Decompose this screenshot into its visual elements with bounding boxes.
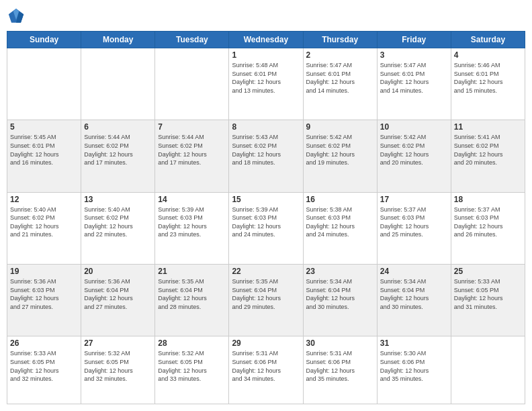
day-number: 7 (158, 122, 226, 132)
calendar-cell: 15Sunrise: 5:39 AMSunset: 6:03 PMDayligh… (229, 192, 303, 264)
calendar-cell: 29Sunrise: 5:31 AMSunset: 6:06 PMDayligh… (229, 336, 303, 404)
day-number: 24 (380, 267, 448, 276)
calendar-week-row: 12Sunrise: 5:40 AMSunset: 6:02 PMDayligh… (7, 192, 525, 264)
day-info: Sunrise: 5:33 AMSunset: 6:05 PMDaylight:… (454, 277, 522, 311)
day-info: Sunrise: 5:41 AMSunset: 6:02 PMDaylight:… (454, 133, 522, 167)
day-info: Sunrise: 5:39 AMSunset: 6:03 PMDaylight:… (158, 205, 226, 239)
day-number: 21 (158, 267, 226, 276)
day-number: 4 (454, 50, 522, 60)
weekday-header-thursday: Thursday (303, 32, 377, 48)
calendar-cell: 1Sunrise: 5:48 AMSunset: 6:01 PMDaylight… (229, 48, 303, 120)
calendar-cell (155, 48, 229, 120)
day-info: Sunrise: 5:31 AMSunset: 6:06 PMDaylight:… (306, 349, 374, 383)
calendar-cell: 3Sunrise: 5:47 AMSunset: 6:01 PMDaylight… (377, 48, 451, 120)
day-number: 8 (232, 122, 300, 132)
day-number: 16 (306, 195, 374, 204)
weekday-header-row: SundayMondayTuesdayWednesdayThursdayFrid… (7, 32, 525, 48)
day-number: 30 (306, 338, 374, 348)
day-number: 1 (232, 50, 300, 60)
calendar-week-row: 19Sunrise: 5:36 AMSunset: 6:03 PMDayligh… (7, 264, 525, 336)
day-info: Sunrise: 5:32 AMSunset: 6:05 PMDaylight:… (84, 349, 152, 383)
calendar-cell: 30Sunrise: 5:31 AMSunset: 6:06 PMDayligh… (303, 336, 377, 404)
calendar-cell: 18Sunrise: 5:37 AMSunset: 6:03 PMDayligh… (451, 192, 525, 264)
day-info: Sunrise: 5:38 AMSunset: 6:03 PMDaylight:… (306, 205, 374, 239)
calendar-cell: 7Sunrise: 5:44 AMSunset: 6:02 PMDaylight… (155, 120, 229, 192)
day-info: Sunrise: 5:39 AMSunset: 6:03 PMDaylight:… (232, 205, 300, 239)
day-info: Sunrise: 5:37 AMSunset: 6:03 PMDaylight:… (380, 205, 448, 239)
calendar-cell (81, 48, 155, 120)
day-info: Sunrise: 5:44 AMSunset: 6:02 PMDaylight:… (84, 133, 152, 167)
day-info: Sunrise: 5:30 AMSunset: 6:06 PMDaylight:… (380, 349, 448, 383)
calendar-cell: 22Sunrise: 5:35 AMSunset: 6:04 PMDayligh… (229, 264, 303, 336)
weekday-header-wednesday: Wednesday (229, 32, 303, 48)
day-number: 22 (232, 267, 300, 276)
weekday-header-sunday: Sunday (7, 32, 81, 48)
calendar-cell: 8Sunrise: 5:43 AMSunset: 6:02 PMDaylight… (229, 120, 303, 192)
day-number: 10 (380, 122, 448, 132)
day-number: 17 (380, 195, 448, 204)
day-number: 25 (454, 267, 522, 276)
calendar-cell: 16Sunrise: 5:38 AMSunset: 6:03 PMDayligh… (303, 192, 377, 264)
calendar-cell: 31Sunrise: 5:30 AMSunset: 6:06 PMDayligh… (377, 336, 451, 404)
day-number: 5 (10, 122, 78, 132)
day-number: 19 (10, 267, 78, 276)
day-number: 11 (454, 122, 522, 132)
calendar-cell: 19Sunrise: 5:36 AMSunset: 6:03 PMDayligh… (7, 264, 81, 336)
day-number: 27 (84, 338, 152, 348)
calendar-week-row: 5Sunrise: 5:45 AMSunset: 6:01 PMDaylight… (7, 120, 525, 192)
day-info: Sunrise: 5:36 AMSunset: 6:04 PMDaylight:… (84, 277, 152, 311)
day-info: Sunrise: 5:40 AMSunset: 6:02 PMDaylight:… (84, 205, 152, 239)
day-number: 12 (10, 195, 78, 204)
day-number: 6 (84, 122, 152, 132)
day-info: Sunrise: 5:46 AMSunset: 6:01 PMDaylight:… (454, 61, 522, 95)
day-info: Sunrise: 5:36 AMSunset: 6:03 PMDaylight:… (10, 277, 78, 311)
day-info: Sunrise: 5:42 AMSunset: 6:02 PMDaylight:… (306, 133, 374, 167)
calendar-cell: 27Sunrise: 5:32 AMSunset: 6:05 PMDayligh… (81, 336, 155, 404)
calendar-cell: 23Sunrise: 5:34 AMSunset: 6:04 PMDayligh… (303, 264, 377, 336)
calendar-cell: 13Sunrise: 5:40 AMSunset: 6:02 PMDayligh… (81, 192, 155, 264)
day-info: Sunrise: 5:35 AMSunset: 6:04 PMDaylight:… (158, 277, 226, 311)
day-info: Sunrise: 5:35 AMSunset: 6:04 PMDaylight:… (232, 277, 300, 311)
logo (7, 7, 28, 26)
calendar-cell: 21Sunrise: 5:35 AMSunset: 6:04 PMDayligh… (155, 264, 229, 336)
calendar-cell: 5Sunrise: 5:45 AMSunset: 6:01 PMDaylight… (7, 120, 81, 192)
day-info: Sunrise: 5:47 AMSunset: 6:01 PMDaylight:… (306, 61, 374, 95)
page: SundayMondayTuesdayWednesdayThursdayFrid… (0, 0, 532, 411)
calendar-week-row: 26Sunrise: 5:33 AMSunset: 6:05 PMDayligh… (7, 336, 525, 404)
day-number: 15 (232, 195, 300, 204)
day-info: Sunrise: 5:34 AMSunset: 6:04 PMDaylight:… (306, 277, 374, 311)
day-number: 14 (158, 195, 226, 204)
calendar-cell: 28Sunrise: 5:32 AMSunset: 6:05 PMDayligh… (155, 336, 229, 404)
day-info: Sunrise: 5:48 AMSunset: 6:01 PMDaylight:… (232, 61, 300, 95)
day-info: Sunrise: 5:44 AMSunset: 6:02 PMDaylight:… (158, 133, 226, 167)
day-info: Sunrise: 5:37 AMSunset: 6:03 PMDaylight:… (454, 205, 522, 239)
day-number: 9 (306, 122, 374, 132)
calendar-cell (451, 336, 525, 404)
day-number: 23 (306, 267, 374, 276)
day-info: Sunrise: 5:32 AMSunset: 6:05 PMDaylight:… (158, 349, 226, 383)
calendar-cell: 24Sunrise: 5:34 AMSunset: 6:04 PMDayligh… (377, 264, 451, 336)
calendar-cell: 10Sunrise: 5:42 AMSunset: 6:02 PMDayligh… (377, 120, 451, 192)
day-number: 26 (10, 338, 78, 348)
calendar-cell: 11Sunrise: 5:41 AMSunset: 6:02 PMDayligh… (451, 120, 525, 192)
day-number: 31 (380, 338, 448, 348)
calendar: SundayMondayTuesdayWednesdayThursdayFrid… (7, 31, 525, 404)
calendar-cell: 20Sunrise: 5:36 AMSunset: 6:04 PMDayligh… (81, 264, 155, 336)
day-info: Sunrise: 5:45 AMSunset: 6:01 PMDaylight:… (10, 133, 78, 167)
day-number: 3 (380, 50, 448, 60)
calendar-cell: 14Sunrise: 5:39 AMSunset: 6:03 PMDayligh… (155, 192, 229, 264)
header (7, 7, 525, 26)
calendar-cell: 25Sunrise: 5:33 AMSunset: 6:05 PMDayligh… (451, 264, 525, 336)
day-info: Sunrise: 5:47 AMSunset: 6:01 PMDaylight:… (380, 61, 448, 95)
day-number: 20 (84, 267, 152, 276)
day-info: Sunrise: 5:34 AMSunset: 6:04 PMDaylight:… (380, 277, 448, 311)
day-number: 2 (306, 50, 374, 60)
day-info: Sunrise: 5:33 AMSunset: 6:05 PMDaylight:… (10, 349, 78, 383)
day-number: 28 (158, 338, 226, 348)
day-info: Sunrise: 5:42 AMSunset: 6:02 PMDaylight:… (380, 133, 448, 167)
calendar-cell: 26Sunrise: 5:33 AMSunset: 6:05 PMDayligh… (7, 336, 81, 404)
calendar-cell: 9Sunrise: 5:42 AMSunset: 6:02 PMDaylight… (303, 120, 377, 192)
day-info: Sunrise: 5:31 AMSunset: 6:06 PMDaylight:… (232, 349, 300, 383)
calendar-cell: 6Sunrise: 5:44 AMSunset: 6:02 PMDaylight… (81, 120, 155, 192)
calendar-cell: 17Sunrise: 5:37 AMSunset: 6:03 PMDayligh… (377, 192, 451, 264)
